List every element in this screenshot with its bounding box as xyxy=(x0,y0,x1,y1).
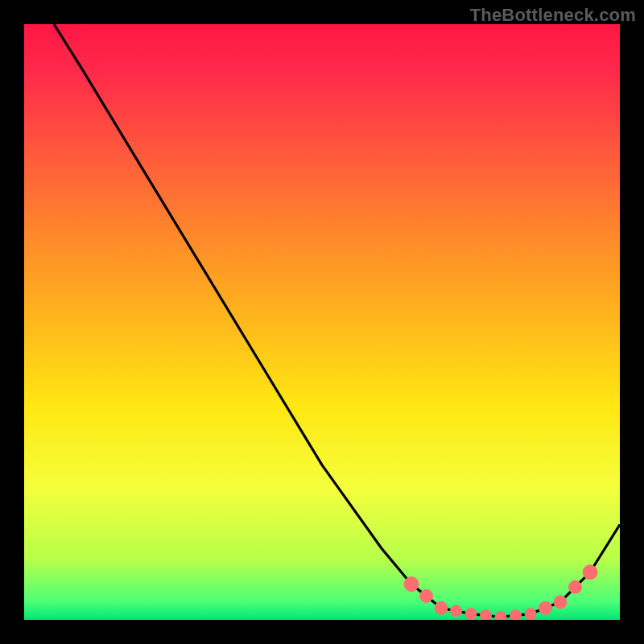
svg-point-0 xyxy=(404,577,419,592)
svg-point-12 xyxy=(583,565,597,580)
svg-point-10 xyxy=(554,596,567,609)
svg-point-4 xyxy=(465,609,477,620)
svg-point-1 xyxy=(420,589,433,602)
chart-frame: TheBottleneck.com xyxy=(0,0,644,644)
svg-point-8 xyxy=(525,609,536,620)
bottleneck-chart xyxy=(24,24,620,620)
svg-point-3 xyxy=(451,605,462,617)
svg-point-2 xyxy=(435,601,448,614)
svg-point-6 xyxy=(495,611,506,620)
svg-point-11 xyxy=(569,580,582,593)
svg-point-9 xyxy=(539,601,552,614)
watermark-text: TheBottleneck.com xyxy=(470,5,636,26)
svg-point-5 xyxy=(481,610,492,621)
gradient-panel xyxy=(24,24,620,620)
svg-point-7 xyxy=(510,610,522,621)
